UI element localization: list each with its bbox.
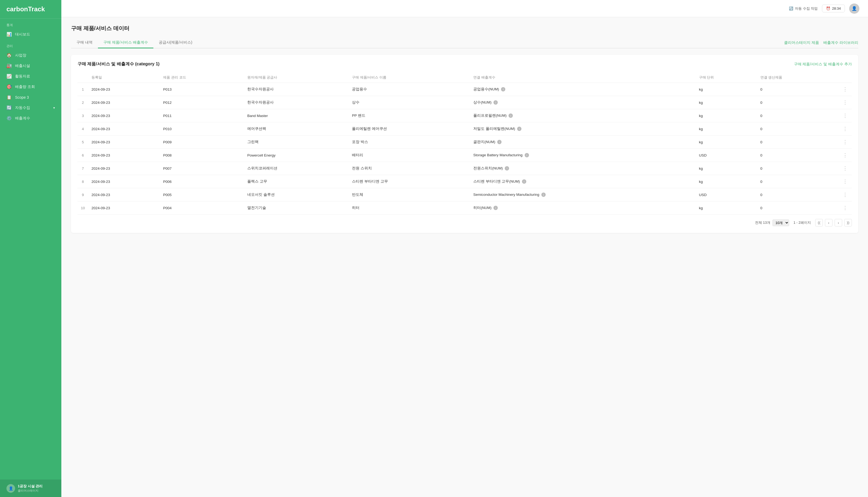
row-supplier: 한국수자원공사 [244,83,349,96]
row-code: P011 [160,109,244,122]
user-avatar-button[interactable]: 👤 [849,3,859,14]
more-button[interactable]: ⋮ [842,166,849,171]
row-date: 2024-09-23 [88,83,160,96]
more-button[interactable]: ⋮ [842,100,849,105]
timer-button[interactable]: ⏰ 28:34 [822,4,845,12]
row-unit: kg [696,122,757,136]
row-actions: ⋮ [838,149,852,162]
row-date: 2024-09-23 [88,188,160,201]
sidebar-section-manage: 관리 [0,40,61,50]
tab-supplier[interactable]: 공급사(제품/서비스) [153,38,198,48]
row-linked: 0 [757,201,838,215]
table-row: 7 2024-09-23 P007 스위치코퍼레이션 전원 스위치 전원스위치(… [78,162,852,175]
row-name: 폴리에틸렌 에어쿠션 [349,122,470,136]
row-emission: 골판지(NUM) i [470,136,696,149]
row-code: P012 [160,96,244,109]
sidebar-item-emission-inquiry[interactable]: 🎯 배출량 조회 [0,82,61,92]
auto-collect-button[interactable]: 🔄 자동 수집 작업 [789,6,818,11]
info-icon: i [522,180,526,184]
add-emission-button[interactable]: 구매 제품/서비스 및 배출계수 추가 [794,62,852,67]
sidebar-section-stats: 통계 [0,18,61,29]
emission-library-button[interactable]: 배출계수 라이브러리 [823,40,858,45]
sidebar-footer: 👤 1공장 시설 관리 클리어스테이지 [0,480,61,497]
row-linked: 0 [757,122,838,136]
table-row: 4 2024-09-23 P010 에어쿠션팩 폴리에틸렌 에어쿠션 저밀도 폴… [78,122,852,136]
gear-icon: ⚙️ [6,116,12,121]
more-button[interactable]: ⋮ [842,179,849,184]
row-unit: kg [696,136,757,149]
tab-purchase-history[interactable]: 구매 내역 [71,38,98,48]
row-unit: kg [696,109,757,122]
row-supplier: 네오서킷 솔루션 [244,188,349,201]
prev-page-button[interactable]: ‹ [825,219,832,226]
sidebar: carbonTrack 통계 📊 대시보드 관리 🏠 사업장 🏭 배출시설 📈 … [0,0,61,497]
row-num: 5 [78,136,88,149]
chevron-down-icon: ▾ [53,106,55,110]
table-row: 1 2024-09-23 P013 한국수자원공사 공업용수 공업용수(NUM)… [78,83,852,96]
table-row: 3 2024-09-23 P011 Band Master PP 밴드 폴리프로… [78,109,852,122]
table-row: 5 2024-09-23 P009 그린팩 포장 박스 골판지(NUM) i k… [78,136,852,149]
next-page-button[interactable]: › [835,219,842,226]
info-icon: i [493,100,498,104]
col-num [78,72,88,83]
info-icon: i [505,166,509,171]
more-button[interactable]: ⋮ [842,86,849,92]
row-emission: 공업용수(NUM) i [470,83,696,96]
col-actions [838,72,852,83]
row-name: 포장 박스 [349,136,470,149]
tab-purchase-emission[interactable]: 구매 제품/서비스 배출계수 [98,38,153,48]
sidebar-item-label: 자동수집 [15,105,30,110]
row-linked: 0 [757,162,838,175]
more-button[interactable]: ⋮ [842,192,849,198]
sidebar-item-emission-facility[interactable]: 🏭 배출시설 [0,60,61,71]
table-row: 2 2024-09-23 P012 한국수자원공사 상수 상수(NUM) i k… [78,96,852,109]
row-linked: 0 [757,149,838,162]
more-button[interactable]: ⋮ [842,205,849,211]
row-code: P006 [160,175,244,188]
pagination: 전체 13개 10개20개50개 1 - 2페이지 ⟨⟨ ‹ › ⟩⟩ [78,215,852,226]
sidebar-item-label: Scope 3 [15,95,29,100]
target-icon: 🎯 [6,84,12,89]
row-date: 2024-09-23 [88,162,160,175]
page-content: 구매 제품/서비스 데이터 구매 내역 구매 제품/서비스 배출계수 공급사(제… [61,17,868,497]
row-actions: ⋮ [838,201,852,215]
sidebar-item-emission-factor[interactable]: ⚙️ 배출계수 [0,113,61,124]
more-button[interactable]: ⋮ [842,113,849,118]
info-icon: i [493,206,498,210]
row-name: 배터리 [349,149,470,162]
more-button[interactable]: ⋮ [842,126,849,132]
user-name: 1공장 시설 관리 [18,484,42,489]
row-num: 10 [78,201,88,215]
clearstage-product-button[interactable]: 클리어스테이지 제품 [784,40,819,45]
row-unit: kg [696,96,757,109]
row-unit: USD [696,188,757,201]
sidebar-item-auto-collect[interactable]: 🔄 자동수집 ▾ [0,102,61,113]
row-unit: kg [696,201,757,215]
more-button[interactable]: ⋮ [842,139,849,145]
row-supplier: 플렉스 고무 [244,175,349,188]
row-name: 히터 [349,201,470,215]
sidebar-item-label: 배출량 조회 [15,84,35,89]
per-page-select[interactable]: 10개20개50개 [772,219,789,226]
topbar: 🔄 자동 수집 작업 ⏰ 28:34 👤 [61,0,868,17]
row-code: P005 [160,188,244,201]
row-supplier: 열전기기술 [244,201,349,215]
more-button[interactable]: ⋮ [842,152,849,158]
timer-value: 28:34 [832,6,841,11]
row-supplier: 스위치코퍼레이션 [244,162,349,175]
user-info: 1공장 시설 관리 클리어스테이지 [18,484,42,493]
first-page-button[interactable]: ⟨⟨ [815,219,823,226]
sidebar-item-activity-data[interactable]: 📈 활동자료 [0,71,61,82]
sidebar-item-scope3[interactable]: 📋 Scope 3 [0,92,61,102]
col-unit: 구매 단위 [696,72,757,83]
row-actions: ⋮ [838,162,852,175]
sidebar-item-dashboard[interactable]: 📊 대시보드 [0,29,61,40]
row-num: 1 [78,83,88,96]
row-unit: kg [696,83,757,96]
info-icon: i [508,113,513,118]
row-date: 2024-09-23 [88,96,160,109]
row-actions: ⋮ [838,83,852,96]
last-page-button[interactable]: ⟩⟩ [844,219,852,226]
row-emission: 전원스위치(NUM) i [470,162,696,175]
sidebar-item-business[interactable]: 🏠 사업장 [0,50,61,60]
